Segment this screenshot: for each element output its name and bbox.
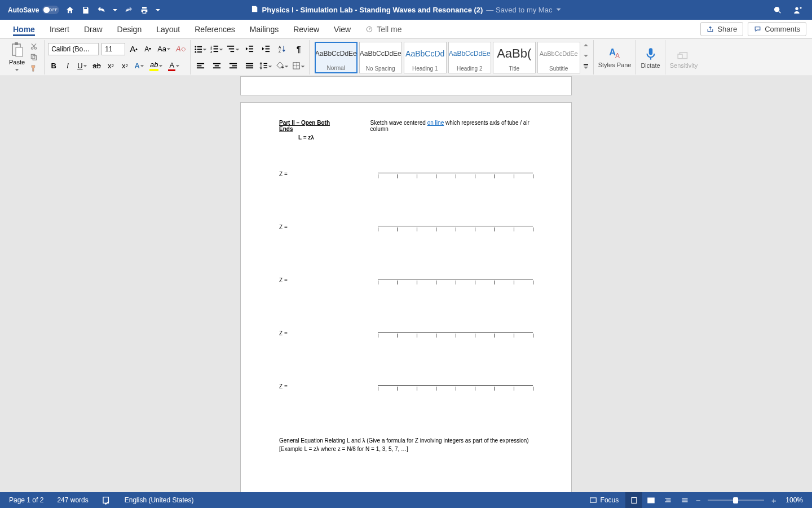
- svg-text:A: A: [279, 45, 281, 49]
- zoom-thumb[interactable]: [733, 497, 738, 503]
- font-color-button[interactable]: A: [167, 60, 181, 72]
- superscript-button[interactable]: x2: [120, 60, 131, 72]
- tab-layout[interactable]: Layout: [149, 20, 187, 38]
- line-spacing-button[interactable]: [259, 59, 273, 73]
- svg-rect-45: [264, 63, 268, 64]
- tab-design[interactable]: Design: [110, 20, 149, 38]
- save-icon[interactable]: [81, 5, 91, 15]
- subscript-button[interactable]: x2: [105, 60, 117, 72]
- clear-formatting-button[interactable]: A◇: [175, 43, 187, 55]
- focus-mode-button[interactable]: Focus: [582, 496, 626, 504]
- decrease-indent-button[interactable]: [243, 42, 257, 56]
- numbering-button[interactable]: 123: [210, 42, 224, 56]
- grow-font-button[interactable]: A▴: [128, 43, 139, 55]
- underline-button[interactable]: U: [76, 60, 88, 72]
- wave-axis: [378, 330, 533, 339]
- style-tile-subtitle[interactable]: AaBbCcDdEeSubtitle: [537, 42, 580, 73]
- on-line-link[interactable]: on line: [427, 120, 444, 126]
- tab-review[interactable]: Review: [286, 20, 326, 38]
- title-bar: AutoSave OFF Physics I - Simulation Lab …: [0, 0, 812, 20]
- document-page[interactable]: Part II – Open Both Ends L = zλ Sketch w…: [240, 102, 572, 492]
- multilevel-list-button[interactable]: [227, 42, 240, 56]
- gallery-up-icon[interactable]: [582, 41, 590, 49]
- spellcheck-status[interactable]: [95, 496, 118, 505]
- style-tile-title[interactable]: AaBb(Title: [493, 42, 536, 73]
- style-tile-normal[interactable]: AaBbCcDdEeNormal: [315, 42, 358, 73]
- style-tile-heading-2[interactable]: AaBbCcDdEeHeading 2: [448, 42, 491, 73]
- gallery-down-icon[interactable]: [582, 52, 590, 60]
- zoom-in-button[interactable]: +: [769, 496, 779, 505]
- highlight-button[interactable]: ab: [148, 60, 164, 72]
- change-case-button[interactable]: Aa: [156, 43, 172, 55]
- svg-rect-36: [213, 63, 220, 64]
- align-center-button[interactable]: [210, 59, 224, 73]
- document-canvas[interactable]: Part II – Open Both Ends L = zλ Sketch w…: [0, 76, 812, 492]
- comments-button[interactable]: Comments: [748, 22, 806, 36]
- undo-dropdown-icon[interactable]: [112, 5, 118, 15]
- search-icon[interactable]: [773, 5, 783, 15]
- paste-button[interactable]: Paste: [7, 40, 27, 75]
- home-icon[interactable]: [65, 5, 75, 15]
- sort-button[interactable]: AZ: [276, 42, 289, 56]
- format-painter-button[interactable]: [28, 64, 39, 73]
- redo-icon[interactable]: [123, 5, 134, 15]
- increase-indent-button[interactable]: [259, 42, 273, 56]
- share-label: Share: [717, 25, 737, 33]
- cut-button[interactable]: [28, 42, 39, 51]
- word-count-status[interactable]: 247 words: [50, 496, 95, 504]
- zoom-level[interactable]: 100%: [779, 496, 810, 504]
- tab-draw[interactable]: Draw: [77, 20, 110, 38]
- gallery-more-icon[interactable]: [582, 63, 590, 71]
- tab-insert[interactable]: Insert: [42, 20, 77, 38]
- svg-rect-21: [214, 51, 218, 52]
- bullets-button[interactable]: [194, 42, 208, 56]
- strikethrough-button[interactable]: ab: [91, 60, 103, 72]
- tab-home[interactable]: Home: [6, 20, 42, 38]
- word-doc-icon: [251, 5, 259, 15]
- italic-button[interactable]: I: [62, 60, 73, 72]
- dictate-button[interactable]: Dictate: [636, 40, 665, 75]
- account-icon[interactable]: [793, 5, 803, 15]
- align-left-button[interactable]: [194, 59, 208, 73]
- styles-pane-button[interactable]: AA Styles Pane: [594, 40, 637, 75]
- print-icon[interactable]: [139, 5, 149, 15]
- shrink-font-button[interactable]: A▾: [142, 43, 153, 55]
- tab-mailings[interactable]: Mailings: [242, 20, 286, 38]
- outline-view-button[interactable]: [659, 492, 676, 508]
- print-layout-view-button[interactable]: [625, 492, 642, 508]
- tell-me-search[interactable]: Tell me: [358, 25, 401, 34]
- styles-gallery[interactable]: AaBbCcDdEeNormalAaBbCcDdEeNo SpacingAaBb…: [313, 40, 582, 75]
- autosave-toggle[interactable]: AutoSave OFF: [8, 6, 59, 14]
- qat-customize-icon[interactable]: [155, 5, 161, 15]
- language-status[interactable]: English (United States): [118, 496, 201, 504]
- zoom-slider[interactable]: [708, 500, 764, 501]
- zoom-out-button[interactable]: −: [693, 496, 703, 505]
- show-marks-button[interactable]: ¶: [292, 42, 306, 56]
- svg-rect-23: [229, 49, 234, 50]
- styles-gallery-nav[interactable]: [582, 40, 590, 72]
- shading-button[interactable]: [276, 59, 289, 73]
- svg-rect-53: [648, 48, 652, 55]
- copy-button[interactable]: [28, 52, 39, 62]
- draft-view-button[interactable]: [676, 492, 693, 508]
- web-layout-view-button[interactable]: [642, 492, 659, 508]
- justify-button[interactable]: [243, 59, 257, 73]
- svg-rect-29: [266, 49, 270, 50]
- align-right-button[interactable]: [227, 59, 240, 73]
- tab-view[interactable]: View: [326, 20, 358, 38]
- tab-references[interactable]: References: [187, 20, 242, 38]
- style-tile-no-spacing[interactable]: AaBbCcDdEeNo Spacing: [359, 42, 402, 73]
- bold-button[interactable]: B: [48, 60, 59, 72]
- document-title[interactable]: Physics I - Simulation Lab - Standing Wa…: [251, 5, 562, 15]
- svg-point-6: [31, 47, 33, 50]
- text-effects-button[interactable]: A: [134, 60, 145, 72]
- page-number-status[interactable]: Page 1 of 2: [2, 496, 50, 504]
- undo-icon[interactable]: [96, 5, 107, 15]
- toggle-switch[interactable]: OFF: [42, 6, 59, 14]
- share-button[interactable]: Share: [700, 22, 743, 36]
- sensitivity-button: Sensitivity: [665, 40, 703, 75]
- font-name-combo[interactable]: [48, 43, 99, 55]
- style-tile-heading-1[interactable]: AaBbCcDdHeading 1: [404, 42, 447, 73]
- font-size-combo[interactable]: [102, 43, 125, 55]
- borders-button[interactable]: [292, 59, 306, 73]
